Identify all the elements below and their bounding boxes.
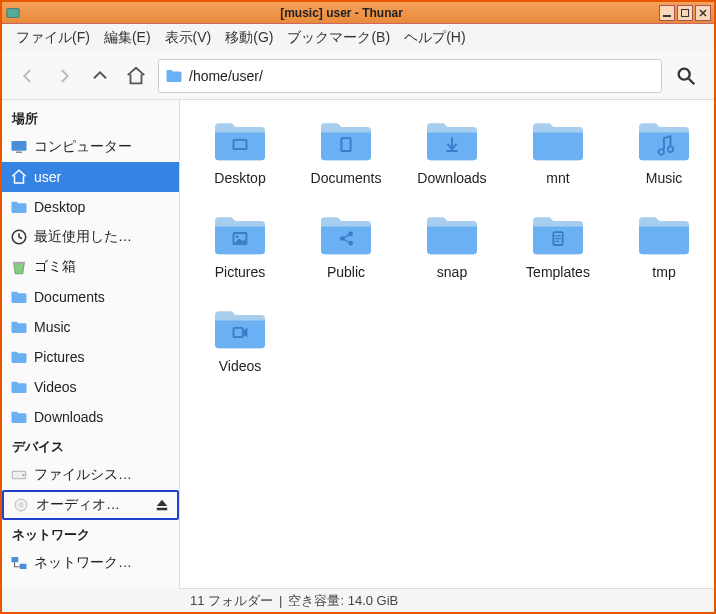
svg-rect-13 — [12, 292, 18, 295]
folder-icon — [211, 114, 269, 164]
file-item-templates[interactable]: Templates — [506, 204, 610, 284]
file-view[interactable]: DesktopDocumentsDownloadsmntMusicPicture… — [180, 100, 714, 588]
sidebar-item-label: オーディオ… — [36, 496, 149, 514]
sidebar-item-network-0[interactable]: ネットワーク… — [2, 548, 179, 578]
file-item-desktop[interactable]: Desktop — [188, 110, 292, 190]
file-label: tmp — [652, 264, 675, 280]
menu-edit[interactable]: 編集(E) — [98, 25, 157, 51]
sidebar-item-places-2[interactable]: Desktop — [2, 192, 179, 222]
path-text: /home/user/ — [189, 68, 263, 84]
svg-rect-26 — [12, 557, 19, 562]
svg-rect-15 — [12, 322, 18, 325]
clock-icon — [10, 228, 28, 246]
sidebar-item-label: Music — [34, 319, 171, 335]
toolbar: /home/user/ — [2, 52, 714, 100]
sidebar-item-label: Documents — [34, 289, 171, 305]
file-item-videos[interactable]: Videos — [188, 298, 292, 378]
close-button[interactable] — [695, 5, 711, 21]
sidebar-item-places-9[interactable]: Downloads — [2, 402, 179, 432]
sidebar-item-places-4[interactable]: ゴミ箱 — [2, 252, 179, 282]
minimize-button[interactable] — [659, 5, 675, 21]
svg-point-23 — [22, 474, 24, 476]
folder-icon — [211, 302, 269, 352]
svg-rect-0 — [7, 8, 19, 17]
menu-go[interactable]: 移動(G) — [219, 25, 279, 51]
sidebar-item-label: コンピューター — [34, 138, 171, 156]
forward-button[interactable] — [50, 62, 78, 90]
drive-icon — [10, 466, 28, 484]
folder-icon — [10, 318, 28, 336]
menu-bookmarks[interactable]: ブックマーク(B) — [281, 25, 396, 51]
file-label: Downloads — [417, 170, 486, 186]
folder-icon — [10, 348, 28, 366]
sidebar-item-places-6[interactable]: Music — [2, 312, 179, 342]
sidebar-item-places-8[interactable]: Videos — [2, 372, 179, 402]
sidebar-item-places-7[interactable]: Pictures — [2, 342, 179, 372]
home-button[interactable] — [122, 62, 150, 90]
svg-rect-6 — [12, 141, 27, 151]
file-label: Videos — [219, 358, 262, 374]
home-icon — [10, 168, 28, 186]
sidebar-item-label: 最近使用した… — [34, 228, 171, 246]
file-item-pictures[interactable]: Pictures — [188, 204, 292, 284]
folder-icon — [10, 198, 28, 216]
sidebar-item-places-3[interactable]: 最近使用した… — [2, 222, 179, 252]
menu-file[interactable]: ファイル(F) — [10, 25, 96, 51]
file-label: Documents — [311, 170, 382, 186]
file-label: snap — [437, 264, 467, 280]
sidebar-item-devices-1[interactable]: オーディオ… — [2, 490, 179, 520]
places-header: 場所 — [2, 104, 179, 132]
file-label: Pictures — [215, 264, 266, 280]
file-item-music[interactable]: Music — [612, 110, 714, 190]
titlebar[interactable]: [music] user - Thunar — [2, 2, 714, 24]
search-button[interactable] — [670, 60, 702, 92]
menubar: ファイル(F) 編集(E) 表示(V) 移動(G) ブックマーク(B) ヘルプ(… — [2, 24, 714, 52]
folder-icon — [423, 114, 481, 164]
folder-icon — [529, 114, 587, 164]
sidebar-item-label: Pictures — [34, 349, 171, 365]
file-item-public[interactable]: Public — [294, 204, 398, 284]
sidebar-item-places-0[interactable]: コンピューター — [2, 132, 179, 162]
file-label: Templates — [526, 264, 590, 280]
up-button[interactable] — [86, 62, 114, 90]
sidebar-item-label: Desktop — [34, 199, 171, 215]
svg-point-31 — [236, 235, 239, 238]
svg-point-25 — [20, 504, 23, 507]
sidebar-item-label: user — [34, 169, 171, 185]
sidebar-item-places-1[interactable]: user — [2, 162, 179, 192]
file-item-documents[interactable]: Documents — [294, 110, 398, 190]
svg-rect-27 — [20, 564, 27, 569]
path-field[interactable]: /home/user/ — [158, 59, 662, 93]
menu-view[interactable]: 表示(V) — [159, 25, 218, 51]
folder-icon — [211, 208, 269, 258]
folder-icon — [10, 378, 28, 396]
file-item-mnt[interactable]: mnt — [506, 110, 610, 190]
network-icon — [10, 554, 28, 572]
status-free: 空き容量: 14.0 GiB — [288, 592, 398, 610]
folder-icon — [317, 114, 375, 164]
eject-icon[interactable] — [155, 498, 169, 512]
file-item-tmp[interactable]: tmp — [612, 204, 714, 284]
maximize-button[interactable] — [677, 5, 693, 21]
network-header: ネットワーク — [2, 520, 179, 548]
status-folders: 11 フォルダー — [190, 592, 273, 610]
status-sep: | — [279, 593, 282, 608]
sidebar-item-devices-0[interactable]: ファイルシス… — [2, 460, 179, 490]
file-item-snap[interactable]: snap — [400, 204, 504, 284]
back-button[interactable] — [14, 62, 42, 90]
folder-icon — [529, 208, 587, 258]
svg-point-5 — [679, 68, 690, 79]
svg-rect-11 — [13, 262, 25, 264]
file-item-downloads[interactable]: Downloads — [400, 110, 504, 190]
sidebar: 場所 コンピューターuserDesktop最近使用した…ゴミ箱Documents… — [2, 100, 180, 588]
svg-point-32 — [340, 236, 345, 241]
svg-rect-9 — [12, 202, 18, 205]
svg-rect-1 — [663, 15, 671, 17]
sidebar-item-places-5[interactable]: Documents — [2, 282, 179, 312]
svg-rect-17 — [12, 352, 18, 355]
sidebar-item-label: Downloads — [34, 409, 171, 425]
folder-icon — [10, 288, 28, 306]
folder-icon — [635, 208, 693, 258]
menu-help[interactable]: ヘルプ(H) — [398, 25, 471, 51]
file-label: Public — [327, 264, 365, 280]
